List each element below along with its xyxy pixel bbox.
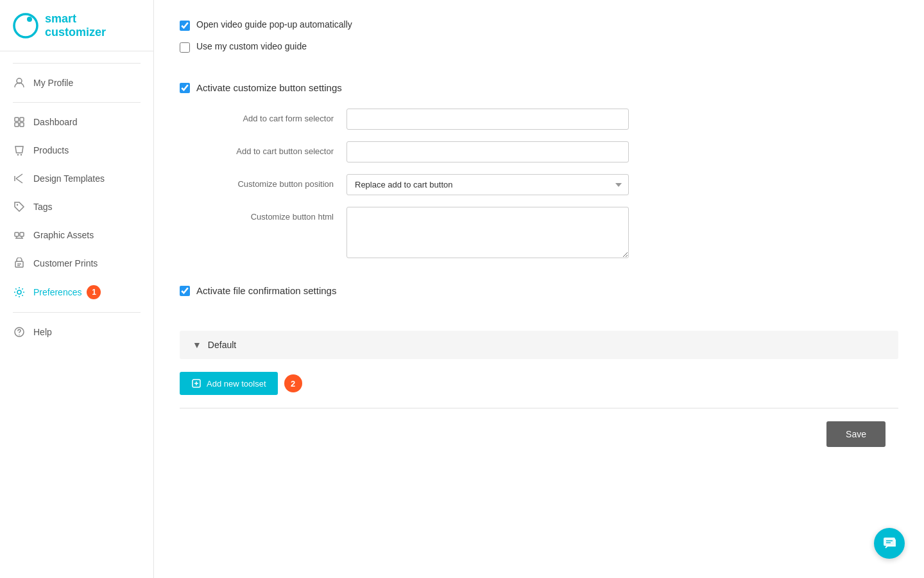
- sidebar-item-customer-prints-label: Customer Prints: [33, 258, 98, 268]
- products-icon: [13, 144, 26, 157]
- add-new-toolset-button[interactable]: Add new toolset: [180, 372, 278, 395]
- customize-btn-position-control: Replace add to cart button After add to …: [346, 174, 629, 195]
- customize-btn-html-label: Customize button html: [180, 207, 346, 222]
- use-custom-video-label: Use my custom video guide: [196, 41, 307, 51]
- nav-divider-2: [13, 312, 141, 313]
- sidebar-item-design-templates[interactable]: Design Templates: [0, 164, 153, 193]
- add-to-cart-form-input[interactable]: [346, 109, 629, 130]
- sidebar-item-my-profile[interactable]: My Profile: [0, 69, 153, 97]
- default-section-title: Default: [208, 340, 236, 350]
- add-new-toolset-label: Add new toolset: [207, 379, 266, 389]
- svg-rect-14: [20, 232, 24, 236]
- default-section-collapse[interactable]: ▼ Default: [180, 331, 898, 359]
- customize-btn-html-textarea[interactable]: [346, 207, 629, 258]
- customize-btn-html-row: Customize button html: [180, 207, 898, 261]
- use-custom-video-checkbox[interactable]: [180, 42, 190, 53]
- add-to-cart-form-label: Add to cart form selector: [180, 109, 346, 123]
- sidebar-item-customer-prints[interactable]: Customer Prints: [0, 249, 153, 277]
- svg-point-7: [17, 154, 19, 155]
- app-name: smart customizer: [45, 12, 141, 39]
- sidebar-item-tags-label: Tags: [33, 202, 53, 212]
- use-custom-video-row: Use my custom video guide: [180, 41, 898, 53]
- add-to-cart-form-control: [346, 109, 629, 130]
- svg-rect-3: [15, 118, 19, 121]
- logo-icon: [13, 13, 38, 39]
- svg-rect-4: [20, 118, 24, 121]
- sidebar-item-graphic-assets[interactable]: Graphic Assets: [0, 221, 153, 249]
- graphic-assets-icon: [13, 229, 26, 241]
- sidebar: smart customizer My Profile: [0, 0, 154, 578]
- customize-btn-position-label: Customize button position: [180, 174, 346, 189]
- dashboard-icon: [13, 116, 26, 128]
- sidebar-item-design-templates-label: Design Templates: [33, 173, 105, 184]
- customize-btn-html-control: [346, 207, 629, 261]
- sidebar-item-my-profile-label: My Profile: [33, 78, 73, 88]
- sidebar-item-preferences-label: Preferences: [33, 287, 81, 297]
- svg-rect-27: [884, 538, 895, 546]
- open-video-guide-checkbox[interactable]: [180, 21, 190, 31]
- sidebar-item-dashboard[interactable]: Dashboard: [0, 108, 153, 136]
- svg-rect-6: [20, 123, 24, 127]
- svg-line-9: [16, 174, 22, 179]
- svg-point-21: [17, 290, 21, 294]
- sidebar-nav: My Profile Dashboard: [0, 51, 153, 353]
- collapse-chevron-icon: ▼: [193, 340, 201, 350]
- svg-point-1: [27, 17, 32, 22]
- profile-icon: [13, 76, 26, 89]
- bottom-actions: Add new toolset 2: [180, 372, 898, 395]
- bottom-divider: [180, 408, 898, 408]
- svg-point-0: [14, 14, 37, 37]
- save-button[interactable]: Save: [826, 421, 886, 447]
- chat-fab-button[interactable]: [874, 528, 905, 559]
- activate-file-confirmation-label: Activate file confirmation settings: [196, 285, 336, 296]
- preferences-icon: [13, 286, 26, 299]
- sidebar-item-help[interactable]: Help: [0, 318, 153, 346]
- sidebar-item-help-label: Help: [33, 327, 52, 337]
- svg-rect-13: [15, 232, 19, 236]
- sidebar-item-dashboard-label: Dashboard: [33, 117, 78, 127]
- sidebar-logo: smart customizer: [0, 0, 153, 51]
- add-to-cart-btn-row: Add to cart button selector: [180, 141, 898, 162]
- preferences-badge: 1: [87, 285, 101, 299]
- sidebar-item-products-label: Products: [33, 145, 69, 155]
- add-to-cart-btn-label: Add to cart button selector: [180, 141, 346, 156]
- design-templates-icon: [13, 172, 26, 185]
- sidebar-item-preferences[interactable]: Preferences 1: [0, 277, 153, 307]
- activate-file-confirmation-checkbox[interactable]: [180, 286, 190, 296]
- save-row: Save: [180, 421, 898, 447]
- open-video-guide-label: Open video guide pop-up automatically: [196, 19, 352, 30]
- toolset-badge: 2: [284, 374, 302, 392]
- activate-customize-btn-row: Activate customize button settings: [180, 82, 898, 93]
- svg-rect-5: [15, 123, 19, 127]
- add-to-cart-form-row: Add to cart form selector: [180, 109, 898, 130]
- add-to-cart-btn-control: [346, 141, 629, 162]
- customer-prints-icon: [13, 257, 26, 270]
- nav-divider-top: [13, 63, 141, 64]
- chat-icon: [882, 536, 896, 550]
- activate-customize-checkbox[interactable]: [180, 83, 190, 93]
- svg-line-10: [16, 179, 22, 183]
- add-to-cart-btn-input[interactable]: [346, 141, 629, 162]
- sidebar-item-products[interactable]: Products: [0, 136, 153, 164]
- svg-point-12: [17, 204, 18, 206]
- activate-customize-label: Activate customize button settings: [196, 82, 342, 93]
- svg-point-8: [21, 154, 22, 155]
- nav-divider-1: [13, 102, 141, 103]
- help-icon: [13, 326, 26, 338]
- activate-file-confirmation-row: Activate file confirmation settings: [180, 285, 898, 296]
- customize-btn-position-select[interactable]: Replace add to cart button After add to …: [346, 174, 629, 195]
- open-video-guide-row: Open video guide pop-up automatically: [180, 19, 898, 31]
- plus-icon: [191, 378, 201, 389]
- sidebar-item-graphic-assets-label: Graphic Assets: [33, 230, 94, 240]
- customize-btn-position-row: Customize button position Replace add to…: [180, 174, 898, 195]
- sidebar-item-tags[interactable]: Tags: [0, 193, 153, 221]
- tags-icon: [13, 200, 26, 213]
- main-content: Open video guide pop-up automatically Us…: [154, 0, 924, 578]
- svg-point-23: [19, 335, 20, 336]
